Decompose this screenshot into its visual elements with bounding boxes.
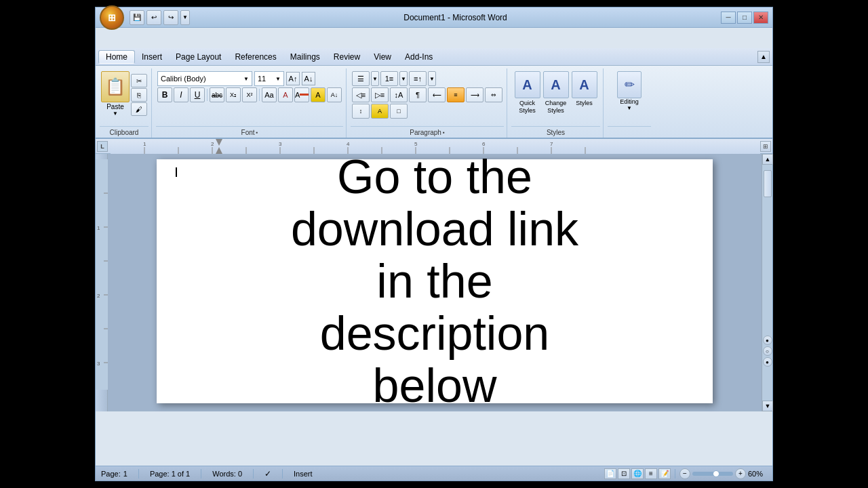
editing-arrow[interactable]: ▼ [627, 105, 632, 111]
copy-button[interactable]: ⎘ [131, 88, 147, 102]
tab-stop-indicator[interactable]: L [97, 141, 108, 152]
document-page[interactable]: Go to the download link in the descripti… [157, 159, 713, 403]
prev-page-button[interactable]: ● [763, 336, 772, 345]
menu-add-ins[interactable]: Add-Ins [398, 51, 439, 63]
menu-insert[interactable]: Insert [135, 51, 169, 63]
font-divider2 [259, 89, 260, 101]
svg-text:3: 3 [279, 141, 282, 147]
status-div-3 [253, 469, 254, 479]
spell-check-status[interactable]: ✓ [264, 469, 271, 479]
scroll-up-button[interactable]: ▲ [762, 154, 773, 165]
text-effect-button[interactable]: A [278, 87, 293, 102]
menu-home[interactable]: Home [98, 50, 135, 64]
font-grow-button[interactable]: A↑ [286, 72, 300, 85]
minimize-button[interactable]: ─ [721, 12, 736, 24]
border-button[interactable]: □ [390, 104, 408, 119]
select-browse-object-button[interactable]: ○ [763, 346, 772, 356]
change-styles-letter: A [551, 77, 560, 93]
decrease-indent-button[interactable]: ◁≡ [352, 87, 370, 102]
draft-view-button[interactable]: 📝 [658, 468, 671, 479]
increase-indent-button[interactable]: ▷≡ [371, 87, 389, 102]
svg-text:7: 7 [550, 141, 553, 147]
undo-quick-button[interactable]: ↩ [146, 10, 161, 25]
menu-review[interactable]: Review [327, 51, 367, 63]
font-shrink-button[interactable]: A↓ [302, 72, 315, 85]
scroll-thumb[interactable] [764, 170, 772, 197]
change-styles-button[interactable]: A ChangeStyles [543, 71, 569, 115]
clipboard-tools: 📋 Paste ▼ ✂ ⎘ 🖌 [101, 68, 147, 123]
view-buttons: 📄 ⊡ 🌐 ≡ 📝 [604, 468, 671, 479]
words-status[interactable]: Words: 0 [212, 470, 242, 478]
window-controls: ─ □ ✕ [721, 12, 768, 24]
shading-button[interactable]: A [371, 104, 389, 119]
justify-button[interactable]: ⇔ [485, 87, 502, 102]
zoom-in-button[interactable]: + [735, 468, 746, 479]
align-left-button[interactable]: ⟵ [428, 87, 446, 102]
multilevel-dropdown[interactable]: ▼ [428, 71, 436, 86]
cut-button[interactable]: ✂ [131, 74, 147, 87]
strikethrough-button[interactable]: abc [210, 87, 224, 102]
scroll-down-button[interactable]: ▼ [762, 401, 773, 411]
underline-button[interactable]: U [190, 87, 205, 102]
status-div-5 [675, 469, 675, 479]
ruler-expand-button[interactable]: ⊞ [760, 141, 771, 152]
office-button[interactable]: ⊞ [100, 5, 124, 30]
align-right-button[interactable]: ⟶ [466, 87, 484, 102]
font-dialog-launcher[interactable]: A↓ [327, 87, 342, 102]
font-color-button[interactable]: A [294, 87, 309, 102]
numbering-button[interactable]: 1≡ [380, 71, 398, 86]
subscript-button[interactable]: X₂ [226, 87, 241, 102]
editing-button[interactable]: ✏ Editing ▼ [617, 71, 642, 111]
font-size-dropdown[interactable]: 11 ▼ [254, 71, 284, 86]
font-name-dropdown[interactable]: Calibri (Body) ▼ [157, 71, 252, 86]
bullets-dropdown[interactable]: ▼ [371, 71, 379, 86]
insert-mode-status[interactable]: Insert [294, 470, 313, 478]
page-status[interactable]: Page: 1 [101, 470, 127, 478]
quick-styles-button[interactable]: A QuickStyles [515, 71, 540, 115]
sort-button[interactable]: ↕A [390, 87, 408, 102]
page-label: Page: [101, 470, 121, 478]
outline-view-button[interactable]: ≡ [645, 468, 657, 479]
menu-references[interactable]: References [228, 51, 283, 63]
print-layout-button[interactable]: 📄 [604, 468, 616, 479]
ribbon-collapse-button[interactable]: ▲ [757, 51, 770, 63]
bold-button[interactable]: B [157, 87, 172, 102]
align-center-button[interactable]: ≡ [447, 87, 465, 102]
para-divider-line [351, 126, 504, 127]
zoom-slider[interactable] [692, 472, 733, 476]
svg-text:2: 2 [211, 141, 214, 147]
multilevel-button[interactable]: ≡↑ [409, 71, 427, 86]
font-expand-icon[interactable]: ▪ [256, 129, 258, 136]
pages-status[interactable]: Page: 1 of 1 [150, 470, 190, 478]
web-layout-button[interactable]: 🌐 [631, 468, 644, 479]
menu-mailings[interactable]: Mailings [283, 51, 327, 63]
next-page-button[interactable]: ● [763, 357, 772, 367]
zoom-out-button[interactable]: − [679, 468, 690, 479]
line-spacing-button[interactable]: ↕ [352, 104, 370, 119]
maximize-button[interactable]: □ [737, 12, 752, 24]
save-quick-button[interactable]: 💾 [130, 10, 144, 25]
numbering-dropdown[interactable]: ▼ [399, 71, 408, 86]
highlight-button[interactable]: A [311, 87, 326, 102]
menu-view[interactable]: View [367, 51, 398, 63]
close-button[interactable]: ✕ [753, 12, 768, 24]
quick-access-dropdown[interactable]: ▼ [180, 10, 190, 25]
ruler: L 1 2 3 [96, 139, 772, 154]
italic-button[interactable]: I [174, 87, 189, 102]
superscript-button[interactable]: X² [242, 87, 257, 102]
menu-page-layout[interactable]: Page Layout [169, 51, 228, 63]
paste-dropdown-arrow[interactable]: ▼ [113, 110, 118, 117]
zoom-slider-thumb[interactable] [713, 470, 719, 477]
styles-dialog-button[interactable]: A Styles [572, 71, 597, 115]
show-marks-button[interactable]: ¶ [409, 87, 427, 102]
clear-formatting-button[interactable]: Aa [262, 87, 277, 102]
vertical-scrollbar[interactable]: ▲ ● ○ ● ▼ [762, 154, 772, 411]
redo-quick-button[interactable]: ↪ [163, 10, 178, 25]
left-ruler-svg: 1 2 3 [96, 159, 108, 390]
paste-button[interactable]: 📋 Paste ▼ [101, 71, 130, 117]
paragraph-expand-icon[interactable]: ▪ [443, 129, 445, 136]
bullets-button[interactable]: ☰ [352, 71, 370, 86]
full-screen-button[interactable]: ⊡ [618, 468, 630, 479]
ribbon-styles-section: A QuickStyles A ChangeStyles A [509, 68, 604, 138]
format-painter-button[interactable]: 🖌 [131, 102, 147, 116]
